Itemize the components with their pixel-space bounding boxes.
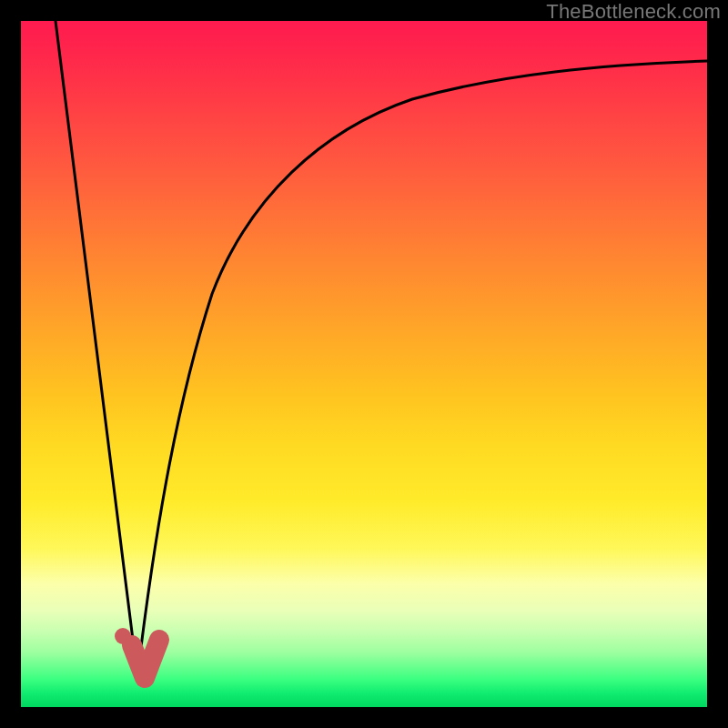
curve-right-branch: [137, 61, 707, 676]
chart-svg: [21, 21, 707, 707]
marker-check-icon: [132, 640, 159, 678]
curve-left-branch: [56, 21, 137, 676]
chart-frame: [21, 21, 707, 707]
